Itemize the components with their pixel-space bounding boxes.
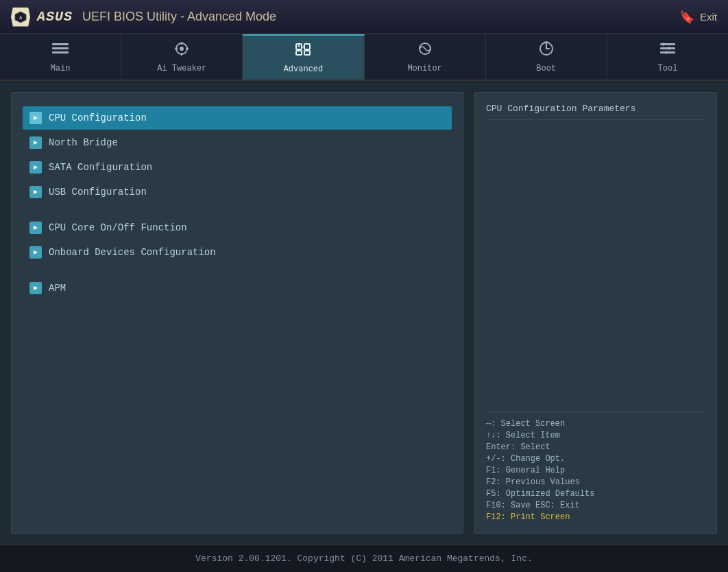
svg-point-15: [298, 45, 300, 47]
header-bar: A ASUS UEFI BIOS Utility - Advanced Mode…: [0, 0, 728, 34]
svg-rect-3: [52, 47, 69, 49]
svg-marker-30: [34, 250, 38, 254]
menu-label-sata-config: SATA Configuration: [49, 162, 152, 173]
svg-rect-21: [660, 51, 675, 53]
tool-tab-label: Tool: [658, 64, 678, 73]
main-tab-label: Main: [51, 64, 71, 73]
hotkey-f1-help: F1: General Help: [486, 466, 705, 475]
hotkey-f2-prev: F2: Previous Values: [486, 477, 705, 487]
ai-tweaker-tab-label: Ai Tweaker: [157, 64, 206, 73]
hotkeys-divider: [486, 412, 705, 412]
menu-arrow-onboard-devices: [29, 246, 42, 259]
tab-monitor[interactable]: Monitor: [365, 34, 486, 80]
hotkey-enter-select: Enter: Select: [486, 442, 705, 452]
logo-area: A ASUS UEFI BIOS Utility - Advanced Mode: [11, 8, 276, 27]
svg-marker-28: [34, 190, 38, 194]
hotkey-f5-defaults: F5: Optimized Defaults: [486, 489, 705, 499]
hotkey-f12-print: F12: Print Screen: [486, 512, 705, 522]
svg-rect-22: [663, 43, 664, 46]
menu-arrow-north-bridge: [29, 136, 42, 149]
svg-rect-13: [296, 51, 302, 55]
hotkey-select-item: ↑↓: Select Item: [486, 431, 705, 440]
menu-arrow-cpu-config: [29, 112, 42, 124]
hotkey-select-screen: ↔: Select Screen: [486, 419, 705, 429]
menu-label-usb-config: USB Configuration: [49, 187, 147, 198]
tool-tab-icon: [658, 40, 677, 61]
tab-main[interactable]: Main: [0, 34, 121, 80]
svg-rect-20: [660, 47, 675, 49]
menu-arrow-apm: [29, 282, 42, 294]
boot-tab-icon: [537, 40, 556, 61]
svg-point-6: [180, 47, 184, 51]
hotkeys-section: ↔: Select Screen↑↓: Select ItemEnter: Se…: [486, 419, 705, 522]
menu-arrow-usb-config: [29, 186, 42, 198]
right-panel: CPU Configuration Parameters ↔: Select S…: [474, 92, 717, 534]
exit-icon: 🔖: [679, 10, 694, 25]
ai-tweaker-tab-icon: [172, 40, 191, 61]
menu-item-usb-config[interactable]: USB Configuration: [23, 180, 452, 204]
svg-rect-24: [666, 51, 667, 54]
monitor-tab-label: Monitor: [407, 64, 441, 73]
menu-item-cpu-config[interactable]: CPU Configuration: [23, 106, 452, 130]
left-panel: CPU ConfigurationNorth BridgeSATA Config…: [11, 92, 463, 534]
svg-marker-31: [34, 286, 38, 290]
exit-label: Exit: [700, 11, 717, 23]
tab-tool[interactable]: Tool: [607, 34, 728, 80]
svg-marker-27: [34, 165, 38, 169]
svg-marker-25: [34, 116, 38, 120]
config-params-title: CPU Configuration Parameters: [486, 104, 705, 120]
svg-rect-4: [52, 51, 69, 53]
exit-button[interactable]: 🔖 Exit: [679, 10, 717, 25]
help-divider: [486, 128, 705, 412]
nav-tabs: Main Ai Tweaker i Advanced Monitor Boot: [0, 34, 728, 81]
tab-ai-tweaker[interactable]: Ai Tweaker: [121, 34, 243, 80]
advanced-tab-label: Advanced: [284, 64, 324, 74]
menu-item-sata-config[interactable]: SATA Configuration: [23, 156, 452, 179]
menu-item-apm[interactable]: APM: [23, 276, 452, 300]
spacer-6: [23, 265, 452, 276]
svg-rect-19: [660, 43, 675, 45]
tab-advanced[interactable]: i Advanced: [243, 34, 364, 80]
menu-label-cpu-config: CPU Configuration: [49, 112, 147, 123]
menu-arrow-cpu-core: [29, 222, 42, 234]
footer: Version 2.00.1201. Copyright (C) 2011 Am…: [0, 545, 728, 572]
svg-rect-23: [668, 47, 670, 50]
svg-marker-29: [34, 226, 38, 230]
menu-label-north-bridge: North Bridge: [49, 137, 118, 148]
svg-rect-2: [52, 43, 69, 45]
svg-text:i: i: [302, 45, 304, 49]
boot-tab-label: Boot: [536, 64, 556, 73]
footer-text: Version 2.00.1201. Copyright (C) 2011 Am…: [195, 553, 532, 564]
hotkey-f10-save: F10: Save ESC: Exit: [486, 501, 705, 510]
main-tab-icon: [51, 40, 70, 61]
advanced-tab-icon: i: [293, 41, 313, 62]
menu-label-onboard-devices: Onboard Devices Configuration: [49, 247, 216, 258]
svg-rect-12: [304, 44, 310, 49]
svg-marker-26: [34, 141, 38, 145]
main-content: CPU ConfigurationNorth BridgeSATA Config…: [0, 81, 728, 545]
menu-item-cpu-core[interactable]: CPU Core On/Off Function: [23, 216, 452, 239]
bios-title: UEFI BIOS Utility - Advanced Mode: [82, 10, 276, 24]
menu-item-north-bridge[interactable]: North Bridge: [23, 131, 452, 154]
menu-arrow-sata-config: [29, 161, 42, 174]
menu-item-onboard-devices[interactable]: Onboard Devices Configuration: [23, 241, 452, 264]
monitor-tab-icon: [415, 40, 435, 61]
spacer-4: [23, 205, 452, 216]
asus-icon: A: [11, 8, 30, 27]
hotkey-change-opt: +/-: Change Opt.: [486, 454, 705, 464]
tab-boot[interactable]: Boot: [486, 34, 607, 80]
svg-rect-14: [304, 51, 310, 55]
menu-label-apm: APM: [49, 283, 66, 294]
asus-logo-text: ASUS: [37, 9, 73, 25]
menu-label-cpu-core: CPU Core On/Off Function: [49, 222, 187, 233]
